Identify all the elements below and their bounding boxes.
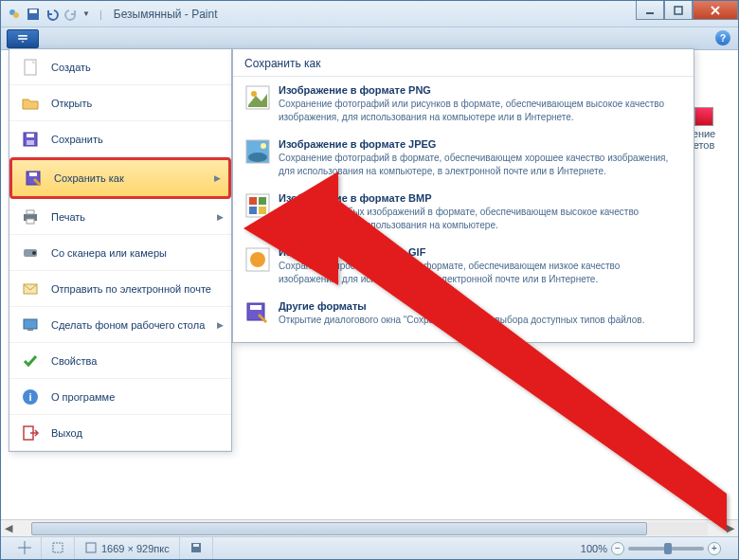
format-jpeg[interactable]: Изображение в формате JPEG Сохранение фо… — [233, 131, 694, 185]
scroll-thumb[interactable] — [31, 522, 647, 535]
jpeg-icon — [244, 138, 271, 165]
svg-point-29 — [261, 143, 266, 149]
undo-icon[interactable] — [45, 7, 60, 22]
zoom-in-button[interactable]: + — [708, 542, 721, 555]
menu-item-print[interactable]: Печать ▶ — [9, 199, 231, 235]
exit-icon — [17, 422, 44, 444]
quick-access-toolbar: ▼ — [1, 7, 96, 22]
svg-rect-34 — [259, 207, 266, 214]
horizontal-scrollbar[interactable]: ◀ ▶ — [1, 519, 738, 536]
selection-size — [42, 537, 75, 559]
canvas-dimensions: 1669 × 929пкс — [75, 537, 180, 559]
svg-rect-10 — [27, 134, 34, 137]
format-title: Другие форматы — [279, 300, 644, 312]
menu-item-label: Свойства — [51, 355, 224, 367]
svg-rect-32 — [259, 197, 266, 205]
format-desc: Сохранение фотографий или рисунков в фор… — [279, 98, 682, 123]
chevron-right-icon: ▶ — [217, 212, 224, 222]
checkmark-icon — [17, 350, 44, 372]
statusbar: 1669 × 929пкс 100% − + — [1, 536, 738, 559]
file-menu-button[interactable] — [7, 29, 39, 48]
scanner-icon — [17, 242, 44, 264]
help-button[interactable]: ? — [715, 30, 730, 45]
menu-item-label: Отправить по электронной почте — [51, 283, 224, 295]
save-disk-icon — [17, 128, 44, 151]
titlebar: ▼ | Безымянный - Paint — [1, 1, 738, 27]
qat-dropdown-icon[interactable]: ▼ — [82, 9, 90, 18]
svg-rect-38 — [250, 305, 261, 310]
disk-icon — [189, 541, 203, 556]
format-title: Изображение в формате GIF — [279, 246, 682, 258]
cursor-position — [9, 537, 42, 559]
save-as-icon — [20, 167, 46, 190]
save-as-submenu: Сохранить как Изображение в формате PNG … — [232, 48, 694, 343]
scroll-track[interactable] — [31, 522, 708, 535]
folder-open-icon — [17, 92, 44, 115]
svg-rect-3 — [29, 9, 37, 13]
minimize-button[interactable] — [636, 1, 664, 20]
close-button[interactable] — [693, 1, 738, 20]
file-size — [180, 537, 213, 559]
format-bmp[interactable]: Изображение в формате BMP Сохранение люб… — [233, 185, 694, 239]
menu-item-label: Создать — [51, 62, 224, 73]
menu-item-email[interactable]: Отправить по электронной почте — [9, 271, 231, 307]
chevron-right-icon: ▶ — [217, 320, 224, 330]
menu-item-exit[interactable]: Выход — [9, 415, 231, 451]
format-other[interactable]: Другие форматы Открытие диалогового окна… — [233, 293, 694, 334]
email-icon — [17, 278, 44, 300]
png-icon — [244, 84, 271, 111]
svg-point-26 — [251, 91, 257, 97]
svg-rect-11 — [27, 140, 34, 145]
menu-item-label: Сделать фоном рабочего стола — [51, 319, 217, 331]
zoom-slider-thumb[interactable] — [664, 543, 672, 554]
svg-point-18 — [32, 251, 36, 255]
svg-point-28 — [248, 153, 267, 162]
svg-point-1 — [13, 12, 19, 18]
zoom-slider[interactable] — [628, 547, 704, 551]
format-desc: Открытие диалогового окна "Сохранить как… — [279, 314, 644, 327]
format-title: Изображение в формате BMP — [279, 192, 682, 204]
svg-rect-40 — [53, 543, 63, 552]
paint-window: ▼ | Безымянный - Paint ? ение етов Созда… — [0, 0, 739, 560]
menu-item-new[interactable]: Создать — [9, 49, 231, 85]
svg-rect-5 — [675, 7, 682, 14]
svg-rect-13 — [29, 172, 37, 176]
zoom-value: 100% — [581, 543, 607, 554]
menu-item-label: Открыть — [51, 98, 224, 109]
save-icon[interactable] — [26, 7, 41, 22]
svg-text:i: i — [28, 391, 31, 403]
dimensions-icon — [84, 541, 98, 556]
menu-item-label: О программе — [51, 391, 224, 403]
svg-rect-15 — [27, 210, 34, 214]
format-png[interactable]: Изображение в формате PNG Сохранение фот… — [233, 77, 694, 131]
format-desc: Сохранение любых изображений в формате, … — [279, 206, 682, 231]
scroll-right-icon[interactable]: ▶ — [723, 521, 738, 536]
desktop-icon — [17, 314, 44, 336]
menu-item-save[interactable]: Сохранить — [9, 121, 231, 157]
file-menu: Создать Открыть Сохранить Сохранить как … — [9, 48, 232, 452]
menu-item-scanner[interactable]: Со сканера или камеры — [9, 235, 231, 271]
svg-rect-21 — [27, 329, 33, 331]
new-file-icon — [17, 56, 44, 79]
redo-icon[interactable] — [63, 7, 79, 22]
printer-icon — [17, 206, 44, 228]
zoom-controls: 100% − + — [571, 537, 730, 559]
window-title: Безымянный - Paint — [114, 8, 218, 21]
menu-item-save-as[interactable]: Сохранить как ▶ — [9, 157, 231, 199]
menu-item-open[interactable]: Открыть — [9, 85, 231, 121]
menu-item-about[interactable]: i О программе — [9, 379, 231, 415]
chevron-right-icon: ▶ — [214, 173, 221, 183]
maximize-button[interactable] — [664, 1, 693, 20]
menu-item-desktop-bg[interactable]: Сделать фоном рабочего стола ▶ — [9, 307, 231, 343]
submenu-title: Сохранить как — [233, 49, 694, 77]
gif-icon — [244, 246, 271, 273]
format-gif[interactable]: Изображение в формате GIF Сохранение про… — [233, 239, 694, 293]
svg-rect-6 — [18, 35, 27, 37]
paint-app-icon — [7, 7, 22, 22]
selection-icon — [51, 541, 64, 556]
scroll-left-icon[interactable]: ◀ — [1, 521, 16, 536]
window-controls — [636, 1, 738, 20]
format-title: Изображение в формате PNG — [279, 84, 682, 96]
menu-item-properties[interactable]: Свойства — [9, 343, 231, 379]
zoom-out-button[interactable]: − — [611, 542, 624, 555]
